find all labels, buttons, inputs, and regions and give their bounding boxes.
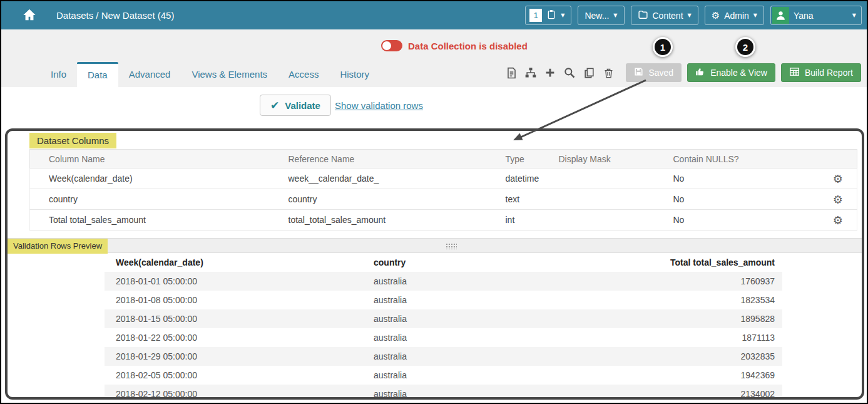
data-collection-status-label: Data Collection is disabled bbox=[408, 41, 528, 51]
col-header-reference-name: Reference Name bbox=[288, 150, 506, 168]
preview-header-country: country bbox=[374, 253, 561, 272]
week-cell: 2018-01-15 05:00:00 bbox=[105, 309, 374, 328]
col-header-column-name: Column Name bbox=[30, 150, 288, 168]
delete-icon[interactable] bbox=[601, 65, 615, 80]
data-collection-toggle[interactable] bbox=[381, 40, 402, 51]
validation-preview-row: 2018-02-05 05:00:00 australia 1942369 bbox=[105, 366, 782, 385]
check-icon: ✔ bbox=[270, 99, 279, 111]
col-header-contain-nulls: Contain NULLS? bbox=[673, 150, 794, 168]
total-sales-cell: 1760937 bbox=[561, 272, 782, 291]
week-cell: 2018-01-29 05:00:00 bbox=[105, 347, 374, 366]
data-collection-status: Data Collection is disabled bbox=[381, 40, 528, 51]
admin-menu-label: Admin bbox=[724, 11, 749, 21]
tab-advanced[interactable]: Advanced bbox=[118, 62, 181, 87]
country-cell: australia bbox=[374, 328, 561, 347]
contain-nulls-cell: No bbox=[673, 189, 794, 210]
clipboard-icon bbox=[546, 9, 556, 22]
validation-preview-row: 2018-01-15 05:00:00 australia 1895828 bbox=[105, 309, 782, 328]
week-cell: 2018-01-01 05:00:00 bbox=[105, 272, 374, 291]
callout-step-2: 2 bbox=[735, 37, 755, 57]
chevron-down-icon: ▼ bbox=[688, 13, 692, 18]
topbar-controls: 1 ▼ New... ▼ Content ▼ ⚙ Admin ▼ bbox=[525, 6, 862, 25]
column-name-cell: Total total_sales_amount bbox=[30, 210, 288, 230]
preview-header-total: Total total_sales_amount bbox=[561, 253, 782, 272]
content-menu[interactable]: Content ▼ bbox=[631, 6, 698, 25]
clipboard-menu[interactable]: 1 ▼ bbox=[525, 6, 571, 25]
search-icon[interactable] bbox=[563, 65, 576, 80]
folder-icon bbox=[638, 9, 648, 22]
enable-view-button-label: Enable & View bbox=[710, 68, 767, 78]
column-settings-gear-icon[interactable]: ⚙ bbox=[833, 193, 843, 206]
callout-step-1: 1 bbox=[653, 37, 673, 57]
reference-name-cell: total_total_sales_amount bbox=[288, 210, 506, 230]
resize-handle-icon[interactable] bbox=[446, 243, 457, 249]
tab-history[interactable]: History bbox=[329, 62, 380, 87]
home-icon[interactable] bbox=[23, 8, 36, 24]
build-report-button[interactable]: Build Report bbox=[781, 63, 861, 82]
dataset-columns-section-title: Dataset Columns bbox=[29, 133, 116, 148]
add-icon[interactable] bbox=[543, 65, 557, 80]
total-sales-cell: 1871113 bbox=[561, 328, 782, 347]
document-icon[interactable] bbox=[504, 65, 518, 80]
validation-preview-row: 2018-01-01 05:00:00 australia 1760937 bbox=[105, 272, 782, 291]
new-menu-label: New... bbox=[585, 11, 609, 21]
breadcrumb[interactable]: Datasets / New Dataset (45) bbox=[56, 10, 174, 21]
display-mask-cell bbox=[559, 189, 673, 210]
validation-preview-row: 2018-01-29 05:00:00 australia 2032835 bbox=[105, 347, 782, 366]
week-cell: 2018-02-05 05:00:00 bbox=[105, 366, 374, 385]
country-cell: australia bbox=[374, 347, 561, 366]
chevron-down-icon: ▼ bbox=[852, 13, 856, 18]
dataset-column-row: country country text No ⚙ bbox=[30, 189, 857, 210]
contain-nulls-cell: No bbox=[673, 168, 794, 189]
column-settings-gear-icon[interactable]: ⚙ bbox=[833, 172, 843, 185]
column-name-cell: Week(calendar_date) bbox=[30, 168, 288, 189]
gear-icon: ⚙ bbox=[712, 10, 720, 21]
validation-preview-row: 2018-01-08 05:00:00 australia 1823534 bbox=[105, 291, 782, 309]
thumbs-up-icon bbox=[695, 67, 705, 79]
week-cell: 2018-02-12 05:00:00 bbox=[105, 385, 374, 400]
user-name-label: Yana bbox=[794, 11, 814, 21]
app-window: Datasets / New Dataset (45) 1 ▼ New... ▼… bbox=[0, 0, 868, 404]
week-cell: 2018-01-22 05:00:00 bbox=[105, 328, 374, 347]
duplicate-icon[interactable] bbox=[582, 65, 596, 80]
content-menu-label: Content bbox=[653, 11, 683, 21]
validation-preview-table: Week(calendar_date) country Total total_… bbox=[105, 253, 782, 400]
subheader-band: Data Collection is disabled Info Data Ad… bbox=[1, 29, 867, 87]
admin-menu[interactable]: ⚙ Admin ▼ bbox=[705, 6, 764, 25]
content-highlight-box: Dataset Columns Column Name Reference Na… bbox=[5, 128, 864, 400]
lineage-icon[interactable] bbox=[524, 65, 538, 80]
tab-info[interactable]: Info bbox=[40, 62, 77, 87]
saved-button[interactable]: Saved bbox=[626, 63, 682, 82]
build-report-button-label: Build Report bbox=[805, 68, 853, 78]
validate-button-label: Validate bbox=[285, 100, 320, 111]
col-header-type: Type bbox=[506, 150, 559, 168]
tab-access[interactable]: Access bbox=[278, 62, 329, 87]
tab-views-elements[interactable]: Views & Elements bbox=[181, 62, 278, 87]
report-grid-icon bbox=[789, 66, 800, 79]
reference-name-cell: week__calendar_date_ bbox=[288, 168, 506, 189]
contain-nulls-cell: No bbox=[673, 210, 794, 230]
new-menu[interactable]: New... ▼ bbox=[578, 6, 624, 25]
display-mask-cell bbox=[559, 168, 673, 189]
total-sales-cell: 1895828 bbox=[561, 309, 782, 328]
dataset-toolbar: Saved Enable & View Build Report bbox=[504, 63, 861, 82]
enable-view-button[interactable]: Enable & View bbox=[687, 63, 775, 82]
total-sales-cell: 1823534 bbox=[561, 291, 782, 309]
country-cell: australia bbox=[374, 385, 561, 400]
chevron-down-icon: ▼ bbox=[561, 13, 564, 18]
validate-button[interactable]: ✔ Validate bbox=[260, 95, 331, 116]
country-cell: australia bbox=[374, 291, 561, 309]
preview-header-week: Week(calendar_date) bbox=[105, 253, 374, 272]
week-cell: 2018-01-08 05:00:00 bbox=[105, 291, 374, 309]
validation-rows-preview-title: Validation Rows Preview bbox=[8, 239, 108, 254]
chevron-down-icon: ▼ bbox=[753, 13, 757, 18]
column-settings-gear-icon[interactable]: ⚙ bbox=[833, 214, 843, 227]
user-menu[interactable]: Yana ▼ bbox=[770, 6, 862, 25]
validation-preview-row: 2018-01-22 05:00:00 australia 1871113 bbox=[105, 328, 782, 347]
show-validation-rows-link[interactable]: Show validation rows bbox=[335, 100, 423, 111]
validation-preview-header-row: Week(calendar_date) country Total total_… bbox=[105, 253, 782, 272]
tab-data[interactable]: Data bbox=[77, 62, 118, 87]
total-sales-cell: 1942369 bbox=[561, 366, 782, 385]
dataset-columns-header-row: Column Name Reference Name Type Display … bbox=[30, 150, 857, 168]
country-cell: australia bbox=[374, 309, 561, 328]
